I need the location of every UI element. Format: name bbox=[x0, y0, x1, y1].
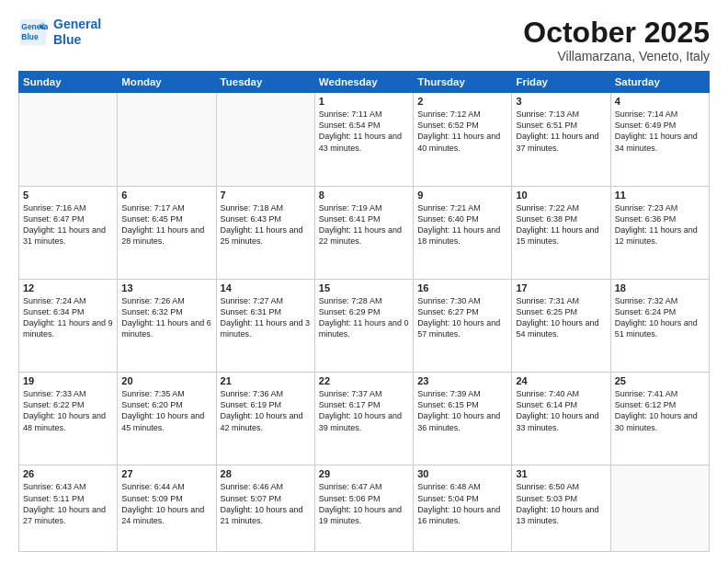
weekday-header-friday: Friday bbox=[512, 72, 610, 93]
day-number: 2 bbox=[417, 96, 507, 107]
day-cell: 3Sunrise: 7:13 AM Sunset: 6:51 PM Daylig… bbox=[512, 93, 610, 186]
day-number: 19 bbox=[23, 375, 113, 386]
day-info: Sunrise: 7:30 AM Sunset: 6:27 PM Dayligh… bbox=[417, 295, 507, 340]
day-cell: 9Sunrise: 7:21 AM Sunset: 6:40 PM Daylig… bbox=[414, 186, 512, 279]
svg-text:Blue: Blue bbox=[21, 31, 39, 40]
day-cell: 26Sunrise: 6:43 AM Sunset: 5:11 PM Dayli… bbox=[19, 465, 118, 552]
day-number: 27 bbox=[121, 468, 211, 479]
day-cell: 10Sunrise: 7:22 AM Sunset: 6:38 PM Dayli… bbox=[512, 186, 610, 279]
logo-icon: General Blue bbox=[18, 17, 48, 47]
day-info: Sunrise: 6:50 AM Sunset: 5:03 PM Dayligh… bbox=[516, 481, 606, 526]
day-number: 9 bbox=[417, 190, 507, 201]
day-cell bbox=[610, 465, 709, 552]
day-number: 26 bbox=[23, 468, 113, 479]
day-number: 20 bbox=[121, 375, 211, 386]
day-number: 1 bbox=[319, 96, 409, 107]
day-cell: 5Sunrise: 7:16 AM Sunset: 6:47 PM Daylig… bbox=[19, 186, 118, 279]
day-info: Sunrise: 7:23 AM Sunset: 6:36 PM Dayligh… bbox=[615, 202, 705, 247]
day-info: Sunrise: 7:24 AM Sunset: 6:34 PM Dayligh… bbox=[23, 295, 113, 340]
day-cell bbox=[118, 93, 216, 186]
day-info: Sunrise: 6:47 AM Sunset: 5:06 PM Dayligh… bbox=[319, 481, 409, 526]
day-info: Sunrise: 7:17 AM Sunset: 6:45 PM Dayligh… bbox=[121, 202, 211, 247]
day-cell: 23Sunrise: 7:39 AM Sunset: 6:15 PM Dayli… bbox=[414, 373, 512, 465]
day-cell: 21Sunrise: 7:36 AM Sunset: 6:19 PM Dayli… bbox=[216, 373, 314, 465]
day-number: 5 bbox=[23, 190, 113, 201]
day-number: 10 bbox=[516, 190, 606, 201]
weekday-header-row: SundayMondayTuesdayWednesdayThursdayFrid… bbox=[19, 72, 710, 93]
day-cell: 19Sunrise: 7:33 AM Sunset: 6:22 PM Dayli… bbox=[19, 373, 118, 465]
day-info: Sunrise: 6:48 AM Sunset: 5:04 PM Dayligh… bbox=[417, 481, 507, 526]
day-info: Sunrise: 7:33 AM Sunset: 6:22 PM Dayligh… bbox=[23, 388, 113, 433]
month-title: October 2025 bbox=[523, 17, 710, 49]
weekday-header-tuesday: Tuesday bbox=[216, 72, 314, 93]
day-cell: 20Sunrise: 7:35 AM Sunset: 6:20 PM Dayli… bbox=[118, 373, 216, 465]
day-cell: 14Sunrise: 7:27 AM Sunset: 6:31 PM Dayli… bbox=[216, 279, 314, 372]
day-cell: 31Sunrise: 6:50 AM Sunset: 5:03 PM Dayli… bbox=[512, 465, 610, 552]
day-cell: 12Sunrise: 7:24 AM Sunset: 6:34 PM Dayli… bbox=[19, 279, 118, 372]
day-number: 11 bbox=[615, 190, 705, 201]
week-row-4: 26Sunrise: 6:43 AM Sunset: 5:11 PM Dayli… bbox=[19, 465, 710, 552]
day-number: 29 bbox=[319, 468, 409, 479]
day-info: Sunrise: 7:11 AM Sunset: 6:54 PM Dayligh… bbox=[319, 109, 409, 154]
logo: General Blue General Blue bbox=[18, 17, 101, 48]
weekday-header-thursday: Thursday bbox=[414, 72, 512, 93]
week-row-3: 19Sunrise: 7:33 AM Sunset: 6:22 PM Dayli… bbox=[19, 373, 710, 465]
day-number: 7 bbox=[221, 190, 311, 201]
day-info: Sunrise: 7:19 AM Sunset: 6:41 PM Dayligh… bbox=[319, 202, 409, 247]
day-number: 15 bbox=[319, 282, 409, 293]
day-cell bbox=[19, 93, 118, 186]
weekday-header-monday: Monday bbox=[118, 72, 216, 93]
day-info: Sunrise: 7:13 AM Sunset: 6:51 PM Dayligh… bbox=[516, 109, 606, 154]
day-info: Sunrise: 7:39 AM Sunset: 6:15 PM Dayligh… bbox=[417, 388, 507, 433]
title-block: October 2025 Villamarzana, Veneto, Italy bbox=[523, 17, 710, 63]
day-cell: 29Sunrise: 6:47 AM Sunset: 5:06 PM Dayli… bbox=[314, 465, 413, 552]
day-info: Sunrise: 7:41 AM Sunset: 6:12 PM Dayligh… bbox=[615, 388, 705, 433]
day-info: Sunrise: 7:12 AM Sunset: 6:52 PM Dayligh… bbox=[417, 109, 507, 154]
day-number: 28 bbox=[221, 468, 311, 479]
day-info: Sunrise: 7:32 AM Sunset: 6:24 PM Dayligh… bbox=[615, 295, 705, 340]
day-cell: 7Sunrise: 7:18 AM Sunset: 6:43 PM Daylig… bbox=[216, 186, 314, 279]
day-cell: 30Sunrise: 6:48 AM Sunset: 5:04 PM Dayli… bbox=[414, 465, 512, 552]
day-cell: 8Sunrise: 7:19 AM Sunset: 6:41 PM Daylig… bbox=[314, 186, 413, 279]
logo-line1: General bbox=[53, 17, 101, 31]
day-cell bbox=[216, 93, 314, 186]
day-number: 14 bbox=[221, 282, 311, 293]
header: General Blue General Blue October 2025 V… bbox=[18, 17, 710, 63]
day-cell: 4Sunrise: 7:14 AM Sunset: 6:49 PM Daylig… bbox=[610, 93, 709, 186]
day-number: 25 bbox=[615, 375, 705, 386]
day-info: Sunrise: 7:40 AM Sunset: 6:14 PM Dayligh… bbox=[516, 388, 606, 433]
day-info: Sunrise: 7:37 AM Sunset: 6:17 PM Dayligh… bbox=[319, 388, 409, 433]
day-info: Sunrise: 7:22 AM Sunset: 6:38 PM Dayligh… bbox=[516, 202, 606, 247]
day-cell: 2Sunrise: 7:12 AM Sunset: 6:52 PM Daylig… bbox=[414, 93, 512, 186]
day-cell: 28Sunrise: 6:46 AM Sunset: 5:07 PM Dayli… bbox=[216, 465, 314, 552]
logo-text: General Blue bbox=[53, 17, 101, 48]
week-row-2: 12Sunrise: 7:24 AM Sunset: 6:34 PM Dayli… bbox=[19, 279, 710, 372]
logo-line2: Blue bbox=[53, 32, 81, 47]
day-number: 24 bbox=[516, 375, 606, 386]
day-info: Sunrise: 7:36 AM Sunset: 6:19 PM Dayligh… bbox=[221, 388, 311, 433]
day-info: Sunrise: 7:27 AM Sunset: 6:31 PM Dayligh… bbox=[221, 295, 311, 340]
weekday-header-saturday: Saturday bbox=[610, 72, 709, 93]
day-number: 23 bbox=[417, 375, 507, 386]
day-info: Sunrise: 7:35 AM Sunset: 6:20 PM Dayligh… bbox=[121, 388, 211, 433]
week-row-0: 1Sunrise: 7:11 AM Sunset: 6:54 PM Daylig… bbox=[19, 93, 710, 186]
day-number: 18 bbox=[615, 282, 705, 293]
week-row-1: 5Sunrise: 7:16 AM Sunset: 6:47 PM Daylig… bbox=[19, 186, 710, 279]
day-info: Sunrise: 7:31 AM Sunset: 6:25 PM Dayligh… bbox=[516, 295, 606, 340]
day-number: 6 bbox=[121, 190, 211, 201]
day-cell: 22Sunrise: 7:37 AM Sunset: 6:17 PM Dayli… bbox=[314, 373, 413, 465]
day-cell: 25Sunrise: 7:41 AM Sunset: 6:12 PM Dayli… bbox=[610, 373, 709, 465]
calendar: SundayMondayTuesdayWednesdayThursdayFrid… bbox=[18, 71, 710, 552]
day-cell: 17Sunrise: 7:31 AM Sunset: 6:25 PM Dayli… bbox=[512, 279, 610, 372]
weekday-header-wednesday: Wednesday bbox=[314, 72, 413, 93]
day-info: Sunrise: 7:16 AM Sunset: 6:47 PM Dayligh… bbox=[23, 202, 113, 247]
day-info: Sunrise: 7:21 AM Sunset: 6:40 PM Dayligh… bbox=[417, 202, 507, 247]
day-cell: 13Sunrise: 7:26 AM Sunset: 6:32 PM Dayli… bbox=[118, 279, 216, 372]
day-info: Sunrise: 6:46 AM Sunset: 5:07 PM Dayligh… bbox=[221, 481, 311, 526]
day-info: Sunrise: 7:14 AM Sunset: 6:49 PM Dayligh… bbox=[615, 109, 705, 154]
day-number: 12 bbox=[23, 282, 113, 293]
day-number: 8 bbox=[319, 190, 409, 201]
day-info: Sunrise: 7:26 AM Sunset: 6:32 PM Dayligh… bbox=[121, 295, 211, 340]
day-cell: 27Sunrise: 6:44 AM Sunset: 5:09 PM Dayli… bbox=[118, 465, 216, 552]
day-cell: 18Sunrise: 7:32 AM Sunset: 6:24 PM Dayli… bbox=[610, 279, 709, 372]
